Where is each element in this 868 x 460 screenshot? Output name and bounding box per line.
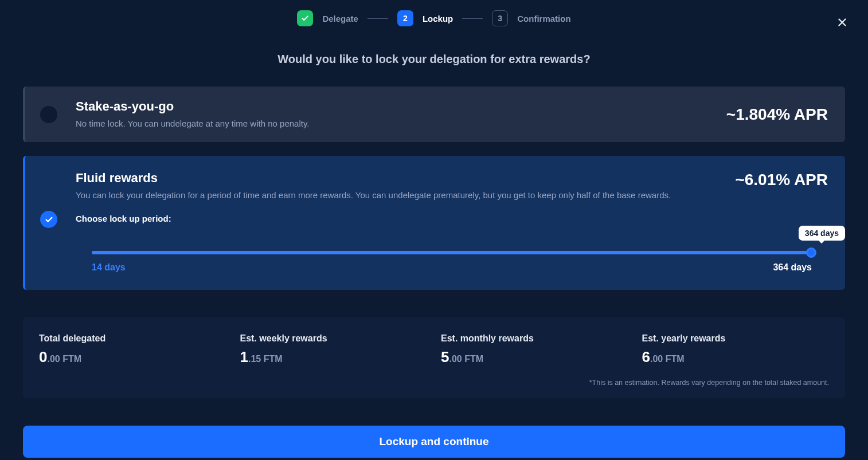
summary-big: 1: [240, 348, 248, 365]
step-1-label: Delegate: [322, 14, 358, 23]
stepper: Delegate 2 Lockup 3 Confirmation: [0, 0, 868, 26]
option-title: Fluid rewards: [76, 171, 724, 186]
step-2-label: Lockup: [423, 14, 453, 23]
summary-big: 0: [39, 348, 47, 365]
summary-big: 6: [642, 348, 650, 365]
step-2-badge: 2: [397, 10, 413, 26]
summary-weekly: Est. weekly rewards 1.15 FTM: [240, 333, 428, 366]
option-desc: You can lock your delegation for a perio…: [76, 189, 724, 201]
close-button[interactable]: [836, 16, 849, 31]
choose-lockup-label: Choose lock up period:: [76, 214, 828, 223]
summary-yearly: Est. yearly rewards 6.00 FTM: [642, 333, 830, 366]
summary-label: Est. weekly rewards: [240, 333, 428, 344]
step-1-badge: [297, 10, 313, 26]
option-apr: ~6.01% APR: [735, 171, 828, 189]
lockup-slider[interactable]: 364 days 14 days 364 days: [76, 251, 828, 273]
option-apr: ~1.804% APR: [726, 105, 828, 124]
rewards-summary: Total delegated 0.00 FTM Est. weekly rew…: [23, 317, 845, 398]
summary-label: Est. yearly rewards: [642, 333, 830, 344]
check-icon: [45, 215, 53, 224]
summary-disclaimer: *This is an estimation. Rewards vary dep…: [39, 379, 829, 387]
summary-rest: .00 FTM: [449, 354, 483, 364]
step-3-badge: 3: [492, 10, 508, 26]
summary-label: Est. monthly rewards: [441, 333, 628, 344]
summary-rest: .15 FTM: [248, 354, 283, 364]
summary-total-delegated: Total delegated 0.00 FTM: [39, 333, 226, 366]
slider-track[interactable]: [92, 251, 812, 254]
summary-rest: .00 FTM: [650, 354, 685, 364]
lockup-continue-button[interactable]: Lockup and continue: [23, 426, 845, 458]
step-divider: [462, 18, 483, 19]
radio-unselected[interactable]: [40, 106, 57, 123]
radio-selected[interactable]: [40, 211, 57, 228]
close-icon: [836, 16, 849, 29]
option-desc: No time lock. You can undelegate at any …: [76, 117, 715, 129]
page-headline: Would you like to lock your delegation f…: [0, 53, 868, 66]
slider-value-tooltip: 364 days: [799, 226, 845, 241]
slider-min-label: 14 days: [92, 262, 126, 273]
check-icon: [301, 14, 309, 22]
step-divider: [367, 18, 388, 19]
summary-big: 5: [441, 348, 449, 365]
summary-rest: .00 FTM: [47, 354, 81, 364]
option-fluid-rewards[interactable]: Fluid rewards You can lock your delegati…: [23, 156, 845, 290]
option-stake-as-you-go[interactable]: Stake-as-you-go No time lock. You can un…: [23, 87, 845, 142]
option-title: Stake-as-you-go: [76, 99, 715, 114]
summary-monthly: Est. monthly rewards 5.00 FTM: [441, 333, 628, 366]
step-3-label: Confirmation: [517, 14, 570, 23]
summary-label: Total delegated: [39, 333, 226, 344]
slider-max-label: 364 days: [773, 262, 812, 273]
slider-thumb[interactable]: [806, 247, 816, 258]
